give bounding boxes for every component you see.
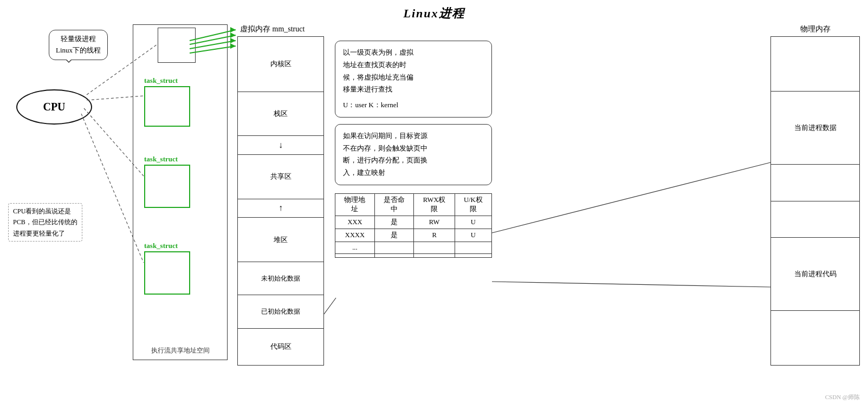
vmem-heap-label: 堆区 <box>274 235 288 245</box>
main-container: 轻量级进程 Linux下的线程 CPU CPU看到的虽说还是 PCB，但已经比传… <box>5 24 863 399</box>
vmem-kernel-label: 内核区 <box>270 59 292 69</box>
task-box-top <box>158 28 196 63</box>
phys-row1-col2: 是 <box>374 216 414 229</box>
cpu-desc: CPU看到的虽说还是 PCB，但已经比传统的 进程要更轻量化了 <box>8 203 82 242</box>
vmem-arrow-down: ↓ <box>278 140 283 150</box>
phys-row3-col3 <box>414 242 455 253</box>
phys-table: 物理地址 是否命中 RWX权限 U/K权限 XXX 是 RW U XXXX 是 … <box>335 193 492 258</box>
info1-line2: 地址在查找页表的时 <box>343 59 484 71</box>
info1-line3: 候，将虚拟地址充当偏 <box>343 71 484 84</box>
physmem-row-6 <box>771 311 859 365</box>
phys-row4-col4 <box>455 253 491 257</box>
physmem-row-1 <box>771 37 859 92</box>
cpu-desc-line2: PCB，但已经比传统的 <box>13 217 77 227</box>
vmem-uninit-label: 未初始化数据 <box>261 274 300 283</box>
vmem-row-arrow-down: ↓ <box>238 136 323 155</box>
phys-row2-col4: U <box>455 229 491 242</box>
info1-line1: 以一级页表为例，虚拟 <box>343 47 484 59</box>
vmem-shared-label: 共享区 <box>270 172 292 181</box>
physmem-container: 当前进程数据 当前进程代码 <box>770 36 860 366</box>
phys-row1-col4: U <box>455 216 491 229</box>
left-section: 轻量级进程 Linux下的线程 CPU CPU看到的虽说还是 PCB，但已经比传… <box>5 24 130 399</box>
phys-row4-col2 <box>374 253 414 257</box>
table-row: XXX 是 RW U <box>335 216 492 229</box>
physmem-row5-text: 当前进程代码 <box>794 269 837 279</box>
cpu-desc-line3: 进程要更轻量化了 <box>13 228 77 239</box>
task-struct-1: task_struct <box>144 76 190 127</box>
phys-table-header-3: RWX权限 <box>414 193 455 216</box>
phys-row1-col1: XXX <box>335 216 375 229</box>
task-label-1: task_struct <box>144 76 190 85</box>
phys-row1-col3: RW <box>414 216 455 229</box>
vmem-row-init: 已初始化数据 <box>238 295 323 328</box>
speech-bubble: 轻量级进程 Linux下的线程 <box>49 30 108 60</box>
task-box-2 <box>144 165 190 208</box>
info2-line4: 入，建立映射 <box>343 167 484 179</box>
physmem-row-5: 当前进程代码 <box>771 238 859 311</box>
phys-row4-col1 <box>335 253 375 257</box>
task-box-3 <box>144 251 190 295</box>
vmem-row-heap: 堆区 <box>238 218 323 262</box>
info-box-1: 以一级页表为例，虚拟 地址在查找页表的时 候，将虚拟地址充当偏 移量来进行查找 … <box>335 41 492 118</box>
vmem-row-kernel: 内核区 <box>238 37 323 92</box>
physmem-title: 物理内存 <box>770 24 860 34</box>
task-struct-border: task_struct task_struct task_struct 执行流共… <box>133 24 228 360</box>
task-struct-2: task_struct <box>144 155 190 208</box>
task-box-1 <box>144 86 190 127</box>
watermark: CSDN @师陈 <box>825 393 860 401</box>
vmem-code-label: 代码区 <box>270 342 292 351</box>
task-label-2: task_struct <box>144 155 190 164</box>
cpu-desc-line1: CPU看到的虽说还是 <box>13 206 77 217</box>
info1-line4: 移量来进行查找 <box>343 83 484 96</box>
vmem-row-code: 代码区 <box>238 329 323 365</box>
phys-row3-col1: ... <box>335 242 375 253</box>
phys-table-header-2: 是否命中 <box>374 193 414 216</box>
table-row: XXXX 是 R U <box>335 229 492 242</box>
physmem-section: 物理内存 当前进程数据 当前进程代码 <box>770 24 860 399</box>
info1-line5: U：user K：kernel <box>343 99 484 112</box>
task-struct-3: task_struct <box>144 242 190 295</box>
physmem-row-3 <box>771 165 859 201</box>
phys-row2-col1: XXXX <box>335 229 375 242</box>
task-bottom-label: 执行流共享地址空间 <box>151 346 210 355</box>
vmem-row-shared: 共享区 <box>238 155 323 199</box>
vmem-container: 内核区 栈区 ↓ 共享区 ↑ 堆区 未初始化数据 <box>237 36 324 366</box>
vmem-row-uninit: 未初始化数据 <box>238 262 323 295</box>
speech-line2: Linux下的线程 <box>56 45 101 56</box>
speech-line1: 轻量级进程 <box>56 34 101 45</box>
info-box-2: 如果在访问期间，目标资源 不在内存，则会触发缺页中 断，进行内存分配，页面换 入… <box>335 124 492 185</box>
phys-row4-col3 <box>414 253 455 257</box>
page-title: Linux进程 <box>0 0 868 22</box>
cpu-label: CPU <box>43 101 65 113</box>
physmem-row2-text: 当前进程数据 <box>794 123 837 133</box>
vmem-stack-label: 栈区 <box>274 109 288 119</box>
task-struct-section: task_struct task_struct task_struct 执行流共… <box>133 24 228 399</box>
info2-line3: 断，进行内存分配，页面换 <box>343 154 484 167</box>
vmem-row-arrow-up: ↑ <box>238 199 323 218</box>
phys-table-header-1: 物理地址 <box>335 193 375 216</box>
cpu-oval: CPU <box>16 89 92 125</box>
table-row <box>335 253 492 257</box>
info2-line2: 不在内存，则会触发缺页中 <box>343 142 484 155</box>
phys-row2-col3: R <box>414 229 455 242</box>
phys-table-header-4: U/K权限 <box>455 193 491 216</box>
table-row: ... <box>335 242 492 253</box>
vmem-title: 虚拟内存 mm_struct <box>237 24 324 34</box>
phys-row2-col2: 是 <box>374 229 414 242</box>
physmem-row-2: 当前进程数据 <box>771 92 859 165</box>
page-table-section: 以一级页表为例，虚拟 地址在查找页表的时 候，将虚拟地址充当偏 移量来进行查找 … <box>335 24 492 399</box>
vmem-init-label: 已初始化数据 <box>261 307 300 316</box>
vmem-arrow-up: ↑ <box>278 203 283 213</box>
phys-row3-col4 <box>455 242 491 253</box>
vmem-row-stack: 栈区 <box>238 92 323 136</box>
physmem-row-4 <box>771 201 859 238</box>
phys-row3-col2 <box>374 242 414 253</box>
vmem-section: 虚拟内存 mm_struct 内核区 栈区 ↓ 共享区 ↑ <box>237 24 324 399</box>
task-label-3: task_struct <box>144 242 190 250</box>
info2-line1: 如果在访问期间，目标资源 <box>343 130 484 142</box>
